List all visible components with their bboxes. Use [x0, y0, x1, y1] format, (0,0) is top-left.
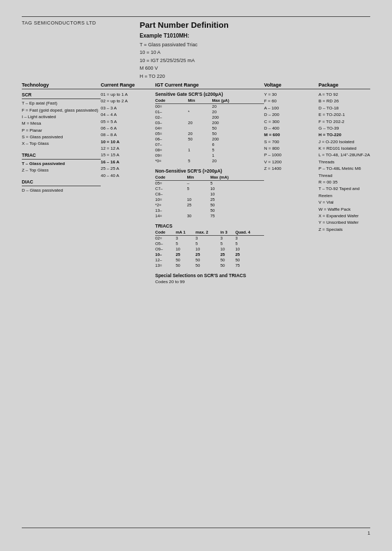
table-cell: 50: [235, 258, 264, 263]
table-cell: 50: [212, 126, 264, 131]
page: TAG SEMICONDUCTORS LTD Part Number Defin…: [0, 0, 392, 551]
table-cell: 25: [235, 252, 264, 258]
scr-title: SCR: [22, 91, 101, 99]
example-line-4: M 600 V: [140, 64, 370, 72]
sensitive-scr-table: Code Min Max (µA) 00=2001–*2002–20003–20…: [155, 98, 264, 164]
table-cell: 25: [176, 252, 195, 258]
table-cell: 25: [220, 252, 236, 258]
triac-item-0: T – Glass passivated: [22, 161, 101, 167]
sens-header-min: Min: [188, 98, 212, 104]
diac-title: DIAC: [22, 179, 101, 186]
package-row: F = TO 202-2: [318, 119, 370, 125]
table-cell: C7–: [155, 186, 187, 192]
table-cell: 01–: [155, 109, 188, 115]
table-cell: 50: [212, 131, 264, 137]
scr-item-4: P = Planar: [22, 127, 101, 134]
package-row: W = Waffle Pack: [318, 206, 370, 213]
table-cell: 3: [220, 235, 236, 241]
table-cell: 25: [195, 252, 220, 258]
triacs-table: Code mA 1 max. 2 in 3 Quad. 4 02=3333O5–…: [155, 230, 264, 268]
header-voltage: Voltage: [264, 82, 318, 88]
special-title: Special Selections on SCR'S and TRIACS: [155, 273, 264, 278]
header-igt: IGT Current Range: [155, 82, 264, 88]
table-cell: 6: [212, 142, 264, 148]
table-cell: 5: [235, 241, 264, 247]
triac-header-1: mA 1: [176, 230, 195, 236]
table-cell: *2=: [155, 203, 187, 208]
table-cell: 03–: [155, 120, 188, 126]
table-cell: 10: [220, 247, 236, 252]
table-cell: 10: [235, 247, 264, 252]
table-headers: Technology Current Range IGT Current Ran…: [22, 82, 370, 89]
non-sensitive-scr-table: Code Min Max (mA) 05=–5C7–510C8–1010=102…: [155, 175, 264, 219]
company-name: TAG SEMICONDUCTORS LTD: [22, 20, 96, 26]
header-technology: Technology: [22, 82, 101, 88]
triac-header-4: Quad. 4: [235, 230, 264, 236]
table-cell: 50: [220, 263, 236, 268]
cr-8: 12 = 12 A: [101, 145, 155, 152]
triac-header-code: Code: [155, 230, 176, 236]
table-cell: 5: [187, 186, 210, 192]
table-cell: 50: [220, 258, 236, 263]
table-cell: 50: [210, 208, 264, 213]
triac-item-1: Z – Top Glass: [22, 167, 101, 174]
triac-header-2: max. 2: [195, 230, 220, 236]
table-cell: 200: [212, 120, 264, 126]
table-cell: 5: [212, 148, 264, 153]
cr-3: 04 – 4 A: [101, 112, 155, 118]
table-cell: 10: [210, 186, 264, 192]
table-cell: [188, 115, 212, 120]
table-cell: 25: [210, 197, 264, 203]
package-row: R = 00 35: [318, 179, 370, 186]
scr-item-3: M = Mesa: [22, 120, 101, 127]
table-cell: 04=: [155, 126, 188, 131]
scr-item-1: F = Fast (gold doped, glass passivated): [22, 107, 101, 114]
table-cell: –: [187, 180, 210, 186]
table-cell: 20: [212, 158, 264, 164]
table-cell: 02–: [155, 115, 188, 120]
technology-column: SCR T – Ep axial (Fast) F = Fast (gold d…: [22, 91, 101, 289]
cr-4: 05 = 5 A: [101, 119, 155, 125]
table-cell: 10: [176, 247, 195, 252]
table-cell: 20: [188, 120, 212, 126]
table-cell: 50: [188, 137, 212, 142]
scr-item-5: S = Glass passivated: [22, 134, 101, 140]
voltage-row: V = 1200: [264, 159, 318, 166]
example-line-2: 10 = 10 A: [140, 48, 370, 56]
nons-header-max: Max (mA): [210, 175, 264, 181]
voltage-row: A – 100: [264, 105, 318, 112]
part-number-section: Part Number Definition Example T1010MH: …: [107, 20, 370, 80]
table-cell: 06–: [155, 137, 188, 142]
sens-header-max: Max (µA): [212, 98, 264, 104]
table-cell: 20: [212, 103, 264, 109]
cr-6: 08 – 8 A: [101, 132, 155, 138]
table-cell: 13–: [155, 208, 187, 213]
example-lines: T = Glass passivated Triac 10 = 10 A 10 …: [140, 41, 370, 80]
page-number: 1: [367, 530, 370, 536]
table-cell: *0=: [155, 158, 188, 164]
voltage-row: M = 600: [264, 132, 318, 138]
voltage-row: D – 200: [264, 112, 318, 118]
package-row: T – TO-92 Taped and Reelen: [318, 186, 370, 199]
package-row: E = TO-202-1: [318, 112, 370, 118]
table-cell: 00=: [155, 103, 188, 109]
cr-7: 10 = 10 A: [101, 139, 155, 145]
table-cell: 02=: [155, 235, 176, 241]
diac-item-0: D – Glass passivated: [22, 187, 101, 194]
table-cell: 10: [195, 247, 220, 252]
example-line-3: 10 = IGT 25/25/25/25 mA: [140, 57, 370, 64]
table-cell: 3: [235, 235, 264, 241]
table-body: SCR T – Ep axial (Fast) F = Fast (gold d…: [22, 91, 370, 289]
igt-column: Sensitive Gate SCR'S (≤200µA) Code Min M…: [155, 91, 264, 289]
sensitive-scr-section: Sensitive Gate SCR'S (≤200µA) Code Min M…: [155, 91, 264, 164]
table-cell: 200: [212, 137, 264, 142]
table-cell: 1: [212, 153, 264, 158]
cr-9: 15 = 15 A: [101, 152, 155, 158]
package-row: B = RD 26: [318, 98, 370, 105]
scr-item-0: T – Ep axial (Fast): [22, 100, 101, 107]
table-cell: C8–: [155, 192, 187, 197]
table-cell: 50: [210, 203, 264, 208]
table-cell: 05=: [155, 180, 187, 186]
example-line-1: T = Glass passivated Triac: [140, 41, 370, 48]
package-row: H = TO-220: [318, 132, 370, 138]
